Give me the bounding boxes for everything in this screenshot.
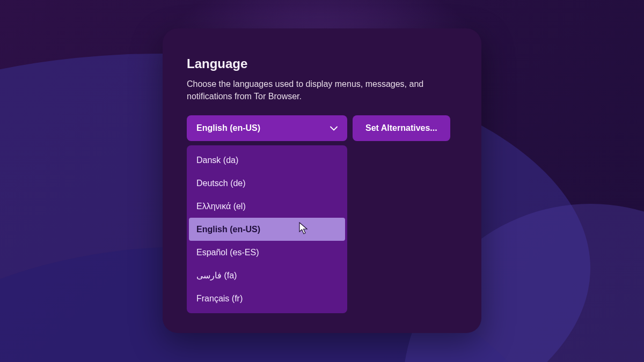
language-option-francais[interactable]: Français (fr): [189, 287, 345, 310]
option-label: Français (fr): [196, 294, 243, 304]
language-option-farsi[interactable]: فارسی (fa): [189, 264, 345, 287]
language-option-spanish[interactable]: Español (es-ES): [189, 241, 345, 264]
panel-title: Language: [187, 56, 457, 71]
option-label: Deutsch (de): [196, 179, 246, 188]
dropdown-selected-label: English (en-US): [196, 123, 260, 133]
option-label: Español (es-ES): [196, 248, 259, 257]
option-label: English (en-US): [196, 225, 260, 234]
option-label: Dansk (da): [196, 156, 238, 165]
set-alternatives-button[interactable]: Set Alternatives...: [353, 115, 450, 141]
option-label: Ελληνικά (el): [196, 202, 246, 211]
language-option-english[interactable]: English (en-US): [189, 218, 345, 241]
language-settings-panel: Language Choose the languages used to di…: [163, 28, 481, 333]
language-dropdown-menu: Dansk (da) Deutsch (de) Ελληνικά (el) En…: [187, 145, 347, 313]
controls-row: English (en-US) Set Alternatives...: [187, 115, 457, 141]
set-alternatives-label: Set Alternatives...: [365, 123, 437, 133]
language-dropdown-button[interactable]: English (en-US): [187, 115, 347, 141]
panel-description: Choose the languages used to display men…: [187, 78, 439, 102]
chevron-down-icon: [330, 124, 338, 132]
language-option-greek[interactable]: Ελληνικά (el): [189, 195, 345, 218]
option-label: فارسی (fa): [196, 270, 237, 280]
language-option-dansk[interactable]: Dansk (da): [189, 149, 345, 172]
language-option-deutsch[interactable]: Deutsch (de): [189, 172, 345, 195]
